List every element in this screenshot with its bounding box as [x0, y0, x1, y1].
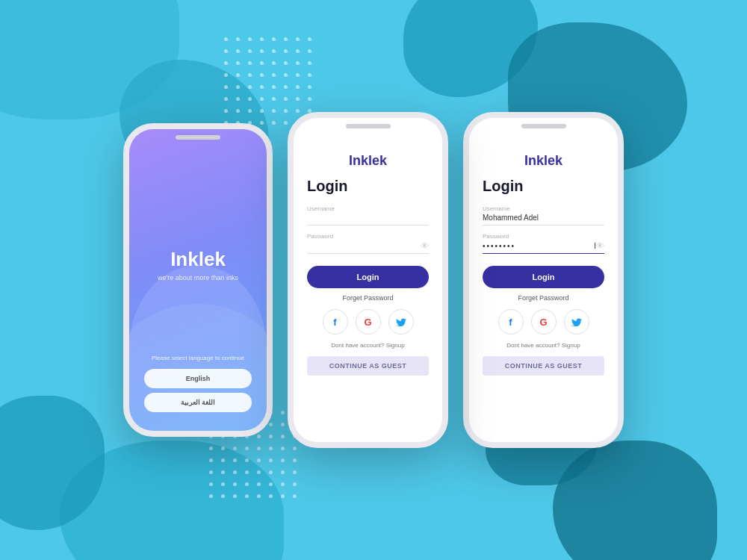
username-input-wrap-2 [307, 214, 429, 225]
notch-2 [346, 124, 391, 128]
google-button-3[interactable]: G [531, 309, 557, 335]
splash-logo: Inklek [158, 248, 238, 271]
signup-text-2: Dont have account? Signup [331, 342, 404, 349]
login-title-2: Login [307, 178, 347, 195]
password-input-3[interactable] [483, 242, 594, 250]
login-title-3: Login [483, 178, 523, 195]
notch-3 [521, 124, 566, 128]
signup-text-3: Dont have account? Signup [506, 342, 580, 349]
arabic-button[interactable]: اللغة العربية [144, 393, 252, 412]
login-button-2[interactable]: Login [307, 266, 429, 288]
password-field-3: Password I 👁 [483, 233, 604, 254]
username-label-3: Username [483, 205, 604, 212]
phones-container: Inklek we're about more than inks Please… [123, 112, 624, 448]
forget-password-3[interactable]: Forget Password [518, 294, 568, 302]
password-label-2: Password [307, 233, 429, 240]
username-label-2: Username [307, 205, 429, 212]
username-input-wrap-3 [483, 214, 604, 225]
login-filled-content: Inklek Login Username Password I 👁 [469, 118, 618, 442]
forget-password-2[interactable]: Forget Password [342, 294, 393, 302]
login-button-3[interactable]: Login [483, 266, 604, 288]
splash-content: Inklek we're about more than inks Please… [129, 129, 267, 431]
login-empty-content: Inklek Login Username Password 👁 Login [294, 118, 442, 442]
password-input-2[interactable] [307, 242, 421, 250]
facebook-button-2[interactable]: f [323, 309, 348, 335]
facebook-button-3[interactable]: f [498, 309, 524, 335]
password-input-wrap-2: 👁 [307, 241, 429, 254]
password-input-wrap-3: I 👁 [483, 241, 604, 254]
splash-tagline: we're about more than inks [158, 274, 238, 281]
username-input-2[interactable] [307, 214, 429, 222]
social-buttons-2: f G [323, 309, 414, 335]
phone-login-filled: Inklek Login Username Password I 👁 [463, 112, 624, 448]
phone-login-filled-screen: Inklek Login Username Password I 👁 [469, 118, 618, 442]
eye-icon-2[interactable]: 👁 [421, 241, 429, 250]
twitter-button-3[interactable] [564, 309, 589, 335]
social-buttons-3: f G [498, 309, 589, 335]
password-field-2: Password 👁 [307, 233, 429, 254]
twitter-button-2[interactable] [388, 309, 414, 335]
username-field-2: Username [307, 205, 429, 225]
guest-button-3[interactable]: CONTINUE AS GUEST [483, 356, 604, 376]
notch-1 [176, 135, 220, 140]
english-button[interactable]: English [144, 369, 252, 388]
splash-select-text: Please select language to continue [152, 355, 244, 361]
splash-center: Inklek we're about more than inks [158, 248, 238, 281]
username-input-3[interactable] [483, 214, 604, 222]
login-logo-2: Inklek [349, 153, 387, 169]
google-button-2[interactable]: G [356, 309, 381, 335]
guest-button-2[interactable]: CONTINUE AS GUEST [307, 356, 429, 376]
phone-splash: Inklek we're about more than inks Please… [123, 123, 273, 437]
phone-login-empty: Inklek Login Username Password 👁 Login [288, 112, 448, 448]
phone-login-empty-screen: Inklek Login Username Password 👁 Login [294, 118, 442, 442]
login-logo-3: Inklek [524, 153, 562, 169]
username-field-3: Username [483, 205, 604, 225]
phone-splash-screen: Inklek we're about more than inks Please… [129, 129, 267, 431]
password-label-3: Password [483, 233, 604, 240]
splash-bottom: Please select language to continue Engli… [144, 355, 252, 412]
eye-icon-3[interactable]: 👁 [596, 241, 604, 250]
